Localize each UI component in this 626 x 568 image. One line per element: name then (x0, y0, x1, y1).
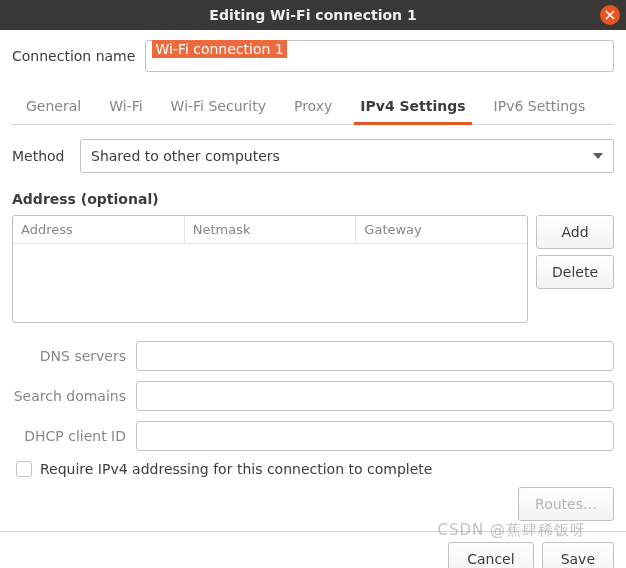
tab-wifi-security[interactable]: Wi-Fi Security (157, 88, 280, 124)
search-domains-label: Search domains (12, 388, 136, 404)
dhcp-client-id-row: DHCP client ID (12, 421, 614, 451)
address-table[interactable]: Address Netmask Gateway (12, 215, 528, 323)
add-button[interactable]: Add (536, 215, 614, 249)
delete-button[interactable]: Delete (536, 255, 614, 289)
titlebar: Editing Wi-Fi connection 1 (0, 0, 626, 30)
dhcp-client-id-label: DHCP client ID (12, 428, 136, 444)
cancel-button[interactable]: Cancel (448, 542, 533, 568)
text-fields: DNS servers Search domains DHCP client I… (12, 341, 614, 451)
chevron-down-icon (593, 153, 603, 159)
connection-name-row: Connection name Wi-Fi connection 1 (12, 40, 614, 72)
connection-name-label: Connection name (12, 48, 135, 64)
method-select[interactable]: Shared to other computers (80, 139, 614, 173)
close-button[interactable] (600, 5, 620, 25)
address-heading: Address (optional) (12, 191, 614, 207)
tab-ipv4-settings[interactable]: IPv4 Settings (346, 88, 479, 124)
dns-servers-input[interactable] (136, 341, 614, 371)
connection-name-input[interactable]: Wi-Fi connection 1 (145, 40, 614, 72)
method-selected-value: Shared to other computers (91, 148, 280, 164)
tab-ipv6-settings[interactable]: IPv6 Settings (480, 88, 600, 124)
dialog-content: Connection name Wi-Fi connection 1 Gener… (0, 30, 626, 532)
column-address[interactable]: Address (13, 216, 185, 243)
column-gateway[interactable]: Gateway (356, 216, 527, 243)
address-buttons: Add Delete (536, 215, 614, 323)
require-ipv4-row: Require IPv4 addressing for this connect… (16, 461, 614, 477)
ipv4-settings-pane: Method Shared to other computers Address… (12, 125, 614, 521)
dns-servers-label: DNS servers (12, 348, 136, 364)
window-title: Editing Wi-Fi connection 1 (209, 7, 416, 23)
column-netmask[interactable]: Netmask (185, 216, 357, 243)
address-table-header: Address Netmask Gateway (13, 216, 527, 244)
routes-row: Routes… (12, 487, 614, 521)
method-label: Method (12, 148, 70, 164)
dialog-footer: Cancel Save (0, 532, 626, 568)
save-button[interactable]: Save (542, 542, 614, 568)
tab-wifi[interactable]: Wi-Fi (95, 88, 156, 124)
require-ipv4-checkbox[interactable] (16, 461, 32, 477)
method-row: Method Shared to other computers (12, 139, 614, 173)
routes-button[interactable]: Routes… (518, 487, 614, 521)
require-ipv4-label: Require IPv4 addressing for this connect… (40, 461, 432, 477)
close-icon (605, 10, 615, 20)
search-domains-row: Search domains (12, 381, 614, 411)
tabs: General Wi-Fi Wi-Fi Security Proxy IPv4 … (12, 88, 614, 125)
dhcp-client-id-input[interactable] (136, 421, 614, 451)
address-area: Address Netmask Gateway Add Delete (12, 215, 614, 323)
search-domains-input[interactable] (136, 381, 614, 411)
dns-servers-row: DNS servers (12, 341, 614, 371)
connection-name-value: Wi-Fi connection 1 (152, 40, 286, 58)
tab-general[interactable]: General (12, 88, 95, 124)
tab-proxy[interactable]: Proxy (280, 88, 346, 124)
